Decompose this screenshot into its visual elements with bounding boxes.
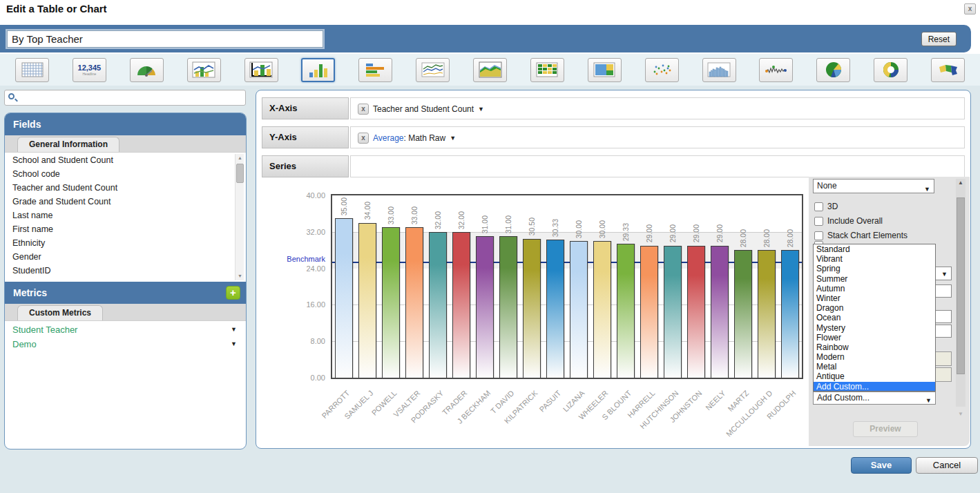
field-item[interactable]: Gender <box>6 250 235 264</box>
theme-option[interactable]: Modern <box>814 352 935 362</box>
preview-button[interactable]: Preview <box>853 421 918 437</box>
theme-option[interactable]: Vibrant <box>814 254 935 264</box>
theme-option[interactable]: Summer <box>814 274 935 284</box>
bar-value-label: 29.00 <box>715 224 725 242</box>
checkbox-icon[interactable] <box>814 202 823 211</box>
chart-type-sparkline[interactable] <box>759 58 793 82</box>
y-axis-chip[interactable]: x Average: Math Raw ▼ <box>358 130 456 145</box>
scrollbar-thumb[interactable] <box>957 197 965 374</box>
checkbox-include-overall[interactable]: Include Overall <box>814 215 883 226</box>
chart-type-donut[interactable] <box>874 58 907 82</box>
scatter-icon <box>651 62 673 77</box>
tab-custom-metrics[interactable]: Custom Metrics <box>17 305 103 320</box>
chart-type-map[interactable] <box>931 58 965 82</box>
theme-option[interactable]: Flower <box>814 333 935 342</box>
theme-option[interactable]: Dragon <box>814 303 935 313</box>
chart-type-headline[interactable]: 12,345 Headline <box>73 58 106 82</box>
chart-type-histogram[interactable] <box>702 58 736 82</box>
theme-option[interactable]: Winter <box>814 293 935 303</box>
theme-option[interactable]: Spring <box>814 264 935 273</box>
table-icon <box>21 62 44 77</box>
y-axis-drop-area[interactable]: x Average: Math Raw ▼ <box>350 126 965 148</box>
chevron-down-icon[interactable]: ▼ <box>231 340 237 347</box>
chart-type-horizontal-bar[interactable] <box>358 58 392 82</box>
cancel-button[interactable]: Cancel <box>916 457 978 474</box>
chart-type-area[interactable] <box>473 58 507 82</box>
chevron-down-icon: ▼ <box>924 183 930 196</box>
chart-name-input[interactable] <box>7 30 323 48</box>
field-item[interactable]: Ethnicity <box>6 236 235 250</box>
theme-select[interactable]: Add Custom... ▼ <box>813 392 936 405</box>
legend-select[interactable]: None ▼ <box>813 179 934 193</box>
scroll-down-icon[interactable]: ▼ <box>236 272 244 280</box>
chart-type-pie[interactable] <box>816 58 850 82</box>
series-label: Series <box>262 155 349 177</box>
chevron-down-icon[interactable]: ▼ <box>231 326 237 333</box>
edit-chart-dialog: Edit a Table or Chart x Reset 12,345 Hea… <box>0 0 980 493</box>
search-input[interactable] <box>21 92 241 104</box>
tab-general-information[interactable]: General Information <box>17 137 119 152</box>
field-item[interactable]: StudentID <box>6 264 235 278</box>
legend-select-value: None <box>817 181 837 191</box>
theme-option[interactable]: Ocean <box>814 313 935 322</box>
field-item[interactable]: Teacher and Student Count <box>6 181 235 195</box>
chart-type-gauge[interactable] <box>130 58 164 82</box>
add-metric-button[interactable]: + <box>226 286 240 300</box>
chart-type-bar[interactable] <box>301 58 335 82</box>
chart-type-heatmap[interactable] <box>530 58 564 82</box>
chart-type-table[interactable] <box>15 58 49 82</box>
fields-header-label: Fields <box>13 119 41 130</box>
theme-option[interactable]: Autumn <box>814 284 935 293</box>
chart-type-combo-area-bar[interactable] <box>187 58 221 82</box>
theme-option[interactable]: Add Custom... <box>814 382 935 392</box>
chart-type-combo-bar-line[interactable] <box>244 58 278 82</box>
x-axis-chip-label: Teacher and Student Count <box>373 104 474 114</box>
field-item[interactable]: School and Student Count <box>6 153 235 167</box>
series-drop-area[interactable] <box>350 155 965 177</box>
theme-option[interactable]: Antique <box>814 371 935 381</box>
aggregation-link[interactable]: Average <box>373 133 403 143</box>
bar <box>593 241 611 378</box>
bar <box>734 250 752 378</box>
save-button[interactable]: Save <box>851 457 912 474</box>
benchmark-line <box>332 262 802 263</box>
field-item[interactable]: Grade and Student Count <box>6 195 235 209</box>
metric-item[interactable]: Student Teacher▼ <box>6 322 245 336</box>
scroll-up-icon[interactable]: ▲ <box>956 179 965 187</box>
checkbox-icon[interactable] <box>814 231 823 240</box>
remove-field-icon[interactable]: x <box>358 104 369 115</box>
bar-value-label: 30.00 <box>575 220 584 238</box>
chart-type-treemap[interactable] <box>588 58 622 82</box>
theme-option[interactable]: Standard <box>814 244 935 254</box>
chart-type-line[interactable] <box>416 58 450 82</box>
theme-option[interactable]: Metal <box>814 362 935 371</box>
remove-field-icon[interactable]: x <box>358 133 369 144</box>
bar-value-label: 33.00 <box>410 206 420 224</box>
options-scrollbar[interactable]: ▲ <box>956 179 965 407</box>
field-item[interactable]: First name <box>6 222 235 236</box>
scroll-up-icon[interactable]: ▲ <box>236 154 244 162</box>
x-axis-drop-area[interactable]: x Teacher and Student Count ▼ <box>350 97 965 119</box>
bar-value-label: 32.00 <box>434 211 443 229</box>
bar-chart-plot: 35.0034.0033.0033.0032.0032.0031.0031.00… <box>331 194 803 379</box>
chevron-down-icon[interactable]: ▼ <box>478 106 484 113</box>
chart-type-scatter[interactable] <box>645 58 679 82</box>
theme-option[interactable]: Mystery <box>814 323 935 333</box>
scroll-down-icon[interactable]: ▼ <box>956 410 965 418</box>
combo-bar-line-icon <box>249 61 273 78</box>
fields-scrollbar[interactable]: ▲ ▼ <box>235 154 244 280</box>
scrollbar-thumb[interactable] <box>236 164 244 183</box>
field-item[interactable]: Last name <box>6 209 235 222</box>
reset-button[interactable]: Reset <box>921 32 957 46</box>
chevron-down-icon[interactable]: ▼ <box>450 135 456 142</box>
metric-item[interactable]: Demo▼ <box>6 336 245 351</box>
bar-value-label: 29.00 <box>692 224 702 242</box>
bar <box>640 246 658 378</box>
checkbox-stack-chart-elements[interactable]: Stack Chart Elements <box>814 230 907 241</box>
theme-option[interactable]: Rainbow <box>814 342 935 352</box>
checkbox-icon[interactable] <box>814 217 823 226</box>
checkbox-3d[interactable]: 3D <box>814 201 838 212</box>
close-icon[interactable]: x <box>964 3 976 14</box>
x-axis-chip[interactable]: x Teacher and Student Count ▼ <box>358 102 484 116</box>
field-item[interactable]: School code <box>6 167 235 181</box>
